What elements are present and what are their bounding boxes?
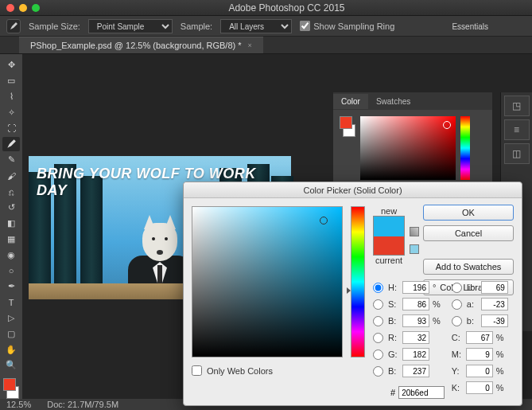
r-label: R: (388, 333, 399, 342)
m-input[interactable] (466, 348, 493, 361)
eyedropper-tool[interactable] (2, 137, 20, 151)
h-label: H: (388, 283, 399, 292)
websafe-swatch[interactable] (410, 244, 419, 254)
history-panel-icon[interactable]: ◳ (504, 96, 530, 116)
k-input[interactable] (466, 381, 493, 394)
marquee-tool[interactable]: ▭ (2, 74, 20, 88)
properties-panel-icon[interactable]: ≡ (504, 119, 530, 140)
add-to-swatches-button[interactable]: Add to Swatches (423, 259, 514, 275)
s-unit: % (433, 299, 441, 309)
cancel-button[interactable]: Cancel (423, 225, 514, 241)
blur-tool[interactable]: ◉ (2, 248, 20, 262)
zoom-level[interactable]: 12.5% (6, 400, 31, 409)
document-tab[interactable]: PShop_Example.psd @ 12.5% (background, R… (19, 37, 263, 53)
crop-tool[interactable]: ⛶ (2, 121, 20, 135)
lasso-tool[interactable]: ⌇ (2, 90, 20, 104)
s-radio[interactable] (373, 299, 383, 310)
layers-panel-icon[interactable]: ◫ (504, 143, 530, 164)
dodge-tool[interactable]: ○ (2, 264, 20, 278)
sample-size-label: Sample Size: (29, 21, 80, 31)
show-ring-label: Show Sampling Ring (313, 21, 394, 31)
y-label: Y: (452, 366, 463, 376)
a-label: a: (467, 299, 478, 309)
healing-brush-tool[interactable]: ✎ (2, 153, 20, 167)
tab-swatches[interactable]: Swatches (368, 94, 418, 109)
picker-title: Color Picker (Solid Color) (184, 182, 522, 198)
r-input[interactable] (402, 331, 429, 344)
current-label: current (373, 256, 405, 265)
r-radio[interactable] (373, 333, 383, 343)
hue-strip[interactable] (351, 206, 365, 357)
c-label: C: (452, 333, 463, 342)
eyedropper-icon[interactable] (6, 19, 21, 33)
brush-tool[interactable]: 🖌 (2, 169, 20, 183)
h-input[interactable] (402, 281, 429, 294)
document-tab-label: PShop_Example.psd @ 12.5% (background, R… (30, 41, 242, 50)
rectangle-tool[interactable]: ▢ (2, 326, 20, 341)
lb-radio[interactable] (452, 316, 462, 326)
a-input[interactable] (481, 298, 508, 310)
color-picker-dialog: Color Picker (Solid Color) Only Web Colo… (183, 182, 522, 406)
c-input[interactable] (466, 331, 493, 344)
gamut-warning-icon[interactable] (410, 227, 419, 236)
options-bar: Sample Size: Point Sample Sample: All La… (0, 16, 532, 37)
color-panel-hue[interactable] (460, 116, 470, 180)
bl-label: B: (388, 366, 399, 376)
only-web-colors-checkbox[interactable]: Only Web Colors (192, 365, 273, 376)
h-radio[interactable] (373, 283, 383, 293)
path-select-tool[interactable]: ▷ (2, 311, 20, 326)
satval-marker[interactable] (320, 217, 328, 225)
bl-input[interactable] (402, 365, 429, 377)
clone-stamp-tool[interactable]: ⎌ (2, 185, 20, 199)
foreground-color[interactable] (3, 378, 16, 391)
l-radio[interactable] (452, 283, 462, 293)
hue-marker[interactable] (347, 287, 351, 294)
foreground-background-swatch[interactable] (3, 378, 19, 399)
move-tool[interactable]: ✥ (2, 58, 20, 72)
b-input[interactable] (402, 314, 429, 327)
zoom-tool[interactable]: 🔍 (2, 358, 20, 373)
s-label: S: (388, 299, 399, 309)
panel-fgbg-swatch[interactable] (340, 116, 355, 180)
lb-label: b: (467, 316, 478, 326)
sat-val-field[interactable] (192, 206, 343, 357)
sample-label: Sample: (181, 21, 212, 31)
window-controls[interactable] (6, 4, 40, 12)
history-brush-tool[interactable]: ↺ (2, 201, 20, 215)
gradient-tool[interactable]: ▦ (2, 232, 20, 246)
g-radio[interactable] (373, 349, 383, 360)
tab-color[interactable]: Color (333, 94, 368, 109)
workspace-switcher[interactable]: Essentials (452, 22, 488, 31)
l-input[interactable] (481, 281, 508, 294)
b-radio[interactable] (373, 316, 383, 326)
c-unit: % (496, 333, 504, 342)
g-input[interactable] (402, 348, 429, 361)
web-colors-input[interactable] (192, 365, 202, 376)
type-tool[interactable]: T (2, 295, 20, 310)
lb-input[interactable] (481, 314, 508, 327)
a-radio[interactable] (452, 299, 462, 310)
close-icon[interactable] (6, 4, 14, 12)
l-label: L: (467, 283, 478, 292)
sample-dropdown[interactable]: All Layers (220, 19, 292, 33)
maximize-icon[interactable] (32, 4, 40, 12)
document-tabs: PShop_Example.psd @ 12.5% (background, R… (0, 37, 532, 54)
app-title: Adobe Photoshop CC 2015 (48, 2, 526, 14)
show-sampling-ring-checkbox[interactable]: Show Sampling Ring (300, 21, 394, 31)
magic-wand-tool[interactable]: ✧ (2, 106, 20, 120)
hand-tool[interactable]: ✋ (2, 342, 20, 357)
color-panel-field[interactable] (360, 116, 456, 180)
close-tab-icon[interactable]: × (248, 41, 252, 49)
sample-size-dropdown[interactable]: Point Sample (88, 19, 173, 33)
doc-info[interactable]: Doc: 21.7M/79.5M (47, 400, 118, 409)
ok-button[interactable]: OK (423, 205, 514, 221)
s-input[interactable] (402, 298, 429, 310)
minimize-icon[interactable] (19, 4, 27, 12)
pen-tool[interactable]: ✒ (2, 279, 20, 294)
show-ring-input[interactable] (300, 21, 310, 31)
y-input[interactable] (466, 365, 493, 377)
hex-input[interactable] (398, 386, 445, 399)
eraser-tool[interactable]: ◧ (2, 216, 20, 230)
bl-radio[interactable] (373, 366, 383, 377)
current-color-swatch[interactable] (374, 236, 404, 256)
